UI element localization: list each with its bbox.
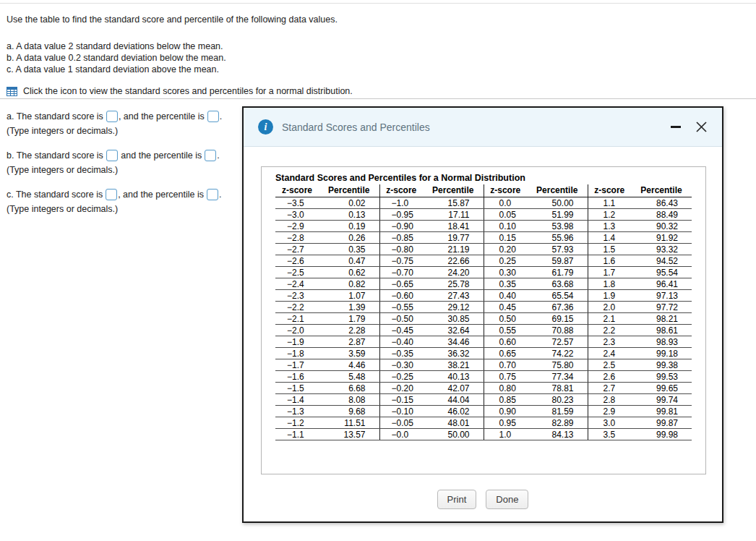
z-score-cell: 0.75 bbox=[484, 371, 527, 383]
icon-hint-text: Click the icon to view the standard scor… bbox=[23, 86, 353, 96]
percentile-cell: 2.87 bbox=[319, 336, 379, 348]
z-score-cell: −1.7 bbox=[275, 359, 319, 371]
table-row: −2.60.47−0.7522.660.2559.871.694.52 bbox=[275, 255, 692, 267]
z-score-cell: 0.45 bbox=[484, 302, 527, 313]
z-score-cell: 2.2 bbox=[588, 325, 631, 336]
done-button[interactable]: Done bbox=[486, 490, 528, 509]
z-score-cell: −1.1 bbox=[275, 429, 319, 440]
z-score-cell: 2.1 bbox=[588, 313, 631, 325]
z-score-cell: 2.0 bbox=[588, 302, 631, 313]
standard-score-input-c[interactable] bbox=[106, 189, 117, 200]
z-score-cell: 1.7 bbox=[588, 267, 631, 278]
percentile-cell: 42.07 bbox=[423, 383, 484, 394]
question-item-c: c. A data value 1 standard deviation abo… bbox=[7, 64, 469, 75]
percentile-cell: 99.18 bbox=[631, 348, 692, 359]
percentile-cell: 91.92 bbox=[631, 232, 692, 244]
z-score-cell: −0.40 bbox=[379, 336, 423, 348]
percentile-cell: 29.12 bbox=[423, 302, 484, 313]
z-score-cell: 0.20 bbox=[484, 244, 527, 255]
z-score-cell: 1.8 bbox=[588, 278, 631, 290]
print-button[interactable]: Print bbox=[437, 490, 477, 509]
percentile-cell: 80.23 bbox=[527, 394, 588, 406]
column-header: Percentile bbox=[319, 184, 379, 197]
table-row: −2.02.28−0.4532.640.5570.882.298.61 bbox=[275, 325, 692, 336]
percentile-cell: 0.47 bbox=[319, 255, 379, 267]
percentile-cell: 38.21 bbox=[423, 359, 484, 371]
info-icon: i bbox=[258, 119, 273, 135]
percentile-cell: 27.43 bbox=[423, 290, 484, 302]
z-score-cell: −2.9 bbox=[275, 221, 319, 232]
z-score-cell: −0.25 bbox=[379, 371, 423, 383]
answer-note: (Type integers or decimals.) bbox=[7, 124, 241, 138]
question-intro: Use the table to find the standard score… bbox=[7, 14, 469, 25]
table-panel: Standard Scores and Percentiles for a No… bbox=[261, 166, 706, 474]
z-score-cell: 1.4 bbox=[588, 232, 631, 244]
percentile-cell: 4.46 bbox=[319, 359, 379, 371]
z-score-cell: −2.5 bbox=[275, 267, 319, 278]
z-score-cell: 0.65 bbox=[484, 348, 527, 359]
percentile-cell: 50.00 bbox=[527, 197, 588, 209]
minimize-button[interactable] bbox=[671, 126, 681, 128]
z-score-cell: −0.50 bbox=[379, 313, 423, 325]
question-item-b: b. A data value 0.2 standard deviation b… bbox=[7, 52, 469, 64]
table-icon[interactable] bbox=[7, 87, 17, 96]
percentile-cell: 99.65 bbox=[631, 383, 692, 394]
table-row: −3.50.02−1.015.870.050.001.186.43 bbox=[275, 197, 692, 209]
percentile-cell: 24.20 bbox=[423, 267, 484, 278]
percentile-cell: 95.54 bbox=[631, 267, 692, 278]
answer-text: and the percentile is bbox=[119, 150, 202, 161]
percentile-cell: 70.88 bbox=[527, 325, 588, 336]
percentile-cell: 6.68 bbox=[319, 383, 379, 394]
standard-score-input-a[interactable] bbox=[106, 111, 118, 122]
percentile-cell: 72.57 bbox=[527, 336, 588, 348]
column-header: Percentile bbox=[527, 184, 588, 197]
page-top-rule bbox=[0, 3, 756, 4]
percentile-input-c[interactable] bbox=[207, 189, 218, 200]
z-score-cell: −0.90 bbox=[379, 221, 423, 232]
dialog-title: Standard Scores and Percentiles bbox=[282, 122, 430, 133]
percentile-cell: 84.13 bbox=[527, 429, 588, 440]
standard-score-input-b[interactable] bbox=[106, 150, 118, 161]
column-header: z-score bbox=[275, 184, 319, 197]
percentile-cell: 59.87 bbox=[527, 255, 588, 267]
table-row: −1.74.46−0.3038.210.7075.802.599.38 bbox=[275, 359, 692, 371]
section-divider bbox=[0, 98, 756, 99]
z-score-cell: 0.70 bbox=[484, 359, 527, 371]
percentile-cell: 1.79 bbox=[319, 313, 379, 325]
percentile-cell: 98.61 bbox=[631, 325, 692, 336]
percentile-cell: 96.41 bbox=[631, 278, 692, 290]
z-score-cell: −2.3 bbox=[275, 290, 319, 302]
percentile-input-b[interactable] bbox=[205, 150, 216, 161]
close-button[interactable] bbox=[695, 121, 708, 133]
table-row: −1.56.68−0.2042.070.8078.812.799.65 bbox=[275, 383, 692, 394]
table-row: −2.50.62−0.7024.200.3061.791.795.54 bbox=[275, 267, 692, 278]
z-score-cell: 0.95 bbox=[484, 417, 527, 429]
answer-text: . bbox=[217, 150, 219, 161]
percentile-cell: 98.21 bbox=[631, 313, 692, 325]
answer-text: . bbox=[219, 189, 221, 200]
percentile-cell: 57.93 bbox=[527, 244, 588, 255]
percentile-cell: 0.13 bbox=[319, 209, 379, 221]
column-header: Percentile bbox=[423, 184, 484, 197]
answer-group-c: c. The standard score is, and the percen… bbox=[7, 187, 241, 216]
percentile-cell: 97.72 bbox=[631, 302, 692, 313]
z-score-cell: −2.2 bbox=[275, 302, 319, 313]
percentile-cell: 67.36 bbox=[527, 302, 588, 313]
percentile-cell: 90.32 bbox=[631, 221, 692, 232]
z-score-cell: 0.90 bbox=[484, 406, 527, 417]
z-score-cell: −2.0 bbox=[275, 325, 319, 336]
z-score-cell: −1.0 bbox=[379, 197, 423, 209]
table-row: −1.92.87−0.4034.460.6072.572.398.93 bbox=[275, 336, 692, 348]
z-score-cell: 0.85 bbox=[484, 394, 527, 406]
z-score-cell: 1.0 bbox=[484, 429, 527, 440]
percentile-cell: 0.35 bbox=[319, 244, 379, 255]
z-score-cell: 1.6 bbox=[588, 255, 631, 267]
table-row: −1.65.48−0.2540.130.7577.342.699.53 bbox=[275, 371, 692, 383]
percentile-cell: 3.59 bbox=[319, 348, 379, 359]
percentile-cell: 53.98 bbox=[527, 221, 588, 232]
table-row: −2.70.35−0.8021.190.2057.931.593.32 bbox=[275, 244, 692, 255]
z-score-cell: 0.80 bbox=[484, 383, 527, 394]
percentile-input-a[interactable] bbox=[207, 111, 219, 122]
z-score-cell: 1.5 bbox=[588, 244, 631, 255]
percentile-cell: 88.49 bbox=[631, 209, 692, 221]
